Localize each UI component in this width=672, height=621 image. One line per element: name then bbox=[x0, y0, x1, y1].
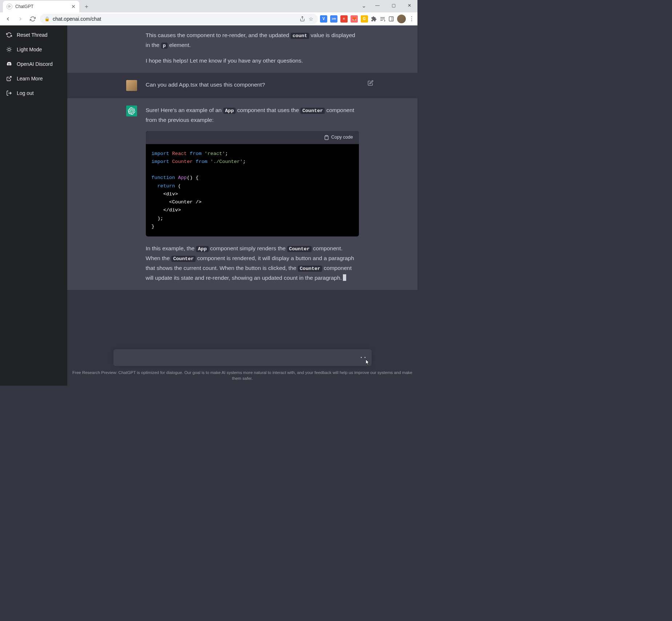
edit-message-icon[interactable] bbox=[368, 80, 373, 86]
message-text: Can you add App.tsx that uses this compo… bbox=[146, 80, 359, 91]
calendar-extension-icon[interactable]: 14h bbox=[330, 15, 337, 23]
svg-rect-11 bbox=[325, 135, 327, 136]
loading-indicator: • • bbox=[361, 355, 367, 359]
user-message: Can you add App.tsx that uses this compo… bbox=[67, 73, 417, 98]
sidebar-item-label: Light Mode bbox=[17, 47, 42, 52]
extension-icon[interactable]: G bbox=[361, 15, 368, 23]
sidebar-item-label: Log out bbox=[17, 90, 34, 96]
browser-chrome: ⟳ ChatGPT ✕ ＋ ⌄ — ▢ ✕ 🔒 chat.openai.com/… bbox=[0, 0, 417, 25]
address-bar[interactable]: 🔒 chat.openai.com/chat ☆ bbox=[40, 14, 318, 24]
assistant-message: Sure! Here's an example of an App compon… bbox=[67, 98, 417, 290]
message-text: This causes the component to re-render, … bbox=[146, 31, 359, 65]
side-panel-icon[interactable] bbox=[388, 16, 394, 22]
tab-title: ChatGPT bbox=[15, 4, 68, 9]
maximize-button[interactable]: ▢ bbox=[385, 0, 401, 11]
svg-line-5 bbox=[7, 48, 8, 48]
browser-tab[interactable]: ⟳ ChatGPT ✕ bbox=[3, 1, 79, 12]
extensions-button[interactable] bbox=[371, 16, 377, 22]
extension-icons: V 14h ≡ 🦊 G ⋮ bbox=[320, 15, 415, 23]
svg-point-2 bbox=[8, 48, 11, 51]
close-window-button[interactable]: ✕ bbox=[401, 0, 417, 11]
clipboard-icon bbox=[324, 135, 329, 140]
footer-disclaimer: Free Research Preview: ChatGPT is optimi… bbox=[67, 370, 417, 381]
message-input[interactable]: • • bbox=[113, 349, 372, 366]
extension-icon[interactable]: 🦊 bbox=[351, 15, 358, 23]
assistant-avatar bbox=[126, 106, 137, 116]
copy-code-button[interactable]: Copy code bbox=[146, 131, 359, 144]
main-content: This causes the component to re-render, … bbox=[67, 25, 417, 386]
lock-icon: 🔒 bbox=[44, 16, 50, 21]
message-input-field[interactable] bbox=[119, 354, 356, 361]
new-tab-button[interactable]: ＋ bbox=[81, 1, 92, 12]
input-area: • • Free Research Preview: ChatGPT is op… bbox=[67, 342, 417, 386]
browser-titlebar: ⟳ ChatGPT ✕ ＋ ⌄ — ▢ ✕ bbox=[0, 0, 417, 12]
sidebar-item-log-out[interactable]: Log out bbox=[3, 87, 64, 100]
svg-line-10 bbox=[11, 48, 11, 48]
tab-search-icon[interactable]: ⌄ bbox=[358, 2, 369, 9]
message-text: Sure! Here's an example of an App compon… bbox=[146, 106, 359, 283]
minimize-button[interactable]: — bbox=[369, 0, 385, 11]
reset-icon bbox=[6, 32, 12, 38]
sidebar-item-label: OpenAI Discord bbox=[17, 61, 53, 67]
url-text: chat.openai.com/chat bbox=[53, 16, 101, 22]
code-block: Copy code import React from 'react'; imp… bbox=[146, 131, 359, 237]
conversation-scroll[interactable]: This causes the component to re-render, … bbox=[67, 25, 417, 342]
assistant-message: This causes the component to re-render, … bbox=[67, 25, 417, 73]
svg-rect-0 bbox=[389, 17, 393, 21]
sidebar-item-learn-more[interactable]: Learn More bbox=[3, 72, 64, 85]
mouse-cursor-icon bbox=[366, 359, 370, 365]
window-controls: ⌄ — ▢ ✕ bbox=[358, 0, 417, 11]
user-avatar bbox=[126, 80, 137, 91]
sidebar-item-label: Reset Thread bbox=[17, 32, 48, 38]
typing-cursor bbox=[343, 274, 346, 281]
svg-line-9 bbox=[7, 51, 8, 51]
tab-close-icon[interactable]: ✕ bbox=[71, 4, 76, 9]
back-button[interactable] bbox=[3, 14, 13, 24]
profile-avatar[interactable] bbox=[397, 15, 406, 23]
logout-icon bbox=[6, 90, 12, 96]
sidebar-item-discord[interactable]: OpenAI Discord bbox=[3, 57, 64, 71]
svg-line-6 bbox=[11, 51, 11, 51]
share-icon[interactable] bbox=[300, 16, 305, 21]
sidebar-item-reset-thread[interactable]: Reset Thread bbox=[3, 28, 64, 41]
code-content: import React from 'react'; import Counte… bbox=[146, 144, 359, 237]
browser-menu-icon[interactable]: ⋮ bbox=[409, 15, 415, 22]
sidebar-item-light-mode[interactable]: Light Mode bbox=[3, 43, 64, 56]
discord-icon bbox=[6, 61, 12, 67]
tab-favicon: ⟳ bbox=[7, 4, 12, 9]
forward-button[interactable] bbox=[15, 14, 25, 24]
extension-icon[interactable]: V bbox=[320, 15, 327, 23]
sun-icon bbox=[6, 47, 12, 52]
external-link-icon bbox=[6, 76, 12, 81]
reading-list-icon[interactable] bbox=[380, 16, 385, 22]
reload-button[interactable] bbox=[28, 14, 38, 24]
bookmark-star-icon[interactable]: ☆ bbox=[309, 16, 313, 22]
todoist-extension-icon[interactable]: ≡ bbox=[340, 15, 348, 23]
sidebar-item-label: Learn More bbox=[17, 76, 43, 81]
chatgpt-app: Reset Thread Light Mode OpenAI Discord L… bbox=[0, 25, 417, 386]
browser-toolbar: 🔒 chat.openai.com/chat ☆ V 14h ≡ 🦊 G bbox=[0, 12, 417, 25]
sidebar: Reset Thread Light Mode OpenAI Discord L… bbox=[0, 25, 67, 386]
